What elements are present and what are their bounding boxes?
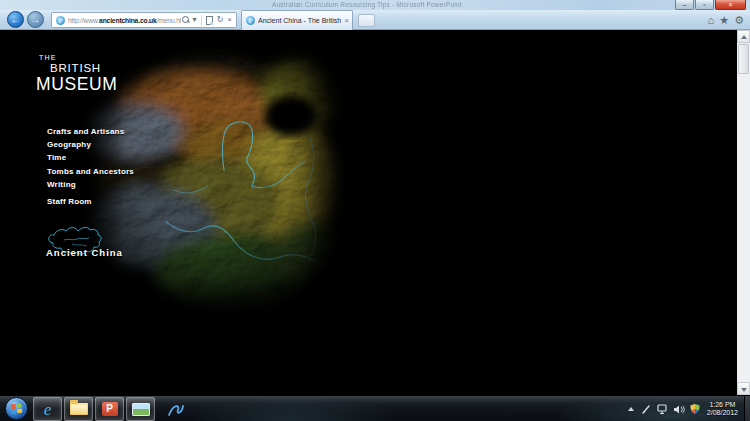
main-menu: Crafts and Artisans Geography Time Tombs… bbox=[47, 127, 134, 193]
site-favicon-icon: e bbox=[56, 16, 65, 25]
menu-item-writing[interactable]: Writing bbox=[47, 180, 134, 193]
close-icon: × bbox=[728, 1, 732, 8]
show-desktop-button[interactable] bbox=[744, 396, 750, 421]
browser-action-icons: ⌂ ★ ⚙ bbox=[708, 13, 744, 27]
scroll-down-button[interactable] bbox=[737, 382, 750, 395]
browser-tab[interactable]: e Ancient China - The British ... × bbox=[241, 10, 353, 30]
clock-time: 1:26 PM bbox=[707, 401, 738, 410]
search-icon[interactable] bbox=[182, 16, 190, 24]
powerpoint-title-text: Australian Curriculum Resourcing Tips - … bbox=[272, 1, 462, 8]
photo-viewer-icon bbox=[132, 403, 150, 416]
address-bar[interactable]: e http://www.ancientchina.co.uk/menu.htm… bbox=[51, 12, 237, 28]
powerpoint-window-titlebar: Australian Curriculum Resourcing Tips - … bbox=[0, 0, 750, 10]
folder-icon bbox=[70, 403, 88, 415]
windows-flag-icon bbox=[11, 404, 23, 415]
internet-explorer-icon: e bbox=[44, 401, 52, 418]
powerpoint-icon: P bbox=[102, 402, 118, 416]
network-icon[interactable] bbox=[657, 402, 669, 416]
scrollbar-track[interactable] bbox=[737, 30, 750, 395]
show-hidden-icons-button[interactable] bbox=[625, 402, 637, 416]
scroll-up-arrow-icon bbox=[741, 35, 747, 39]
menu-item-crafts-and-artisans[interactable]: Crafts and Artisans bbox=[47, 127, 134, 140]
search-dropdown-icon[interactable]: ▾ bbox=[191, 15, 199, 25]
url-text: http://www.ancientchina.co.uk/menu.html bbox=[68, 17, 181, 24]
taskbar-windows-explorer-button[interactable] bbox=[64, 397, 93, 421]
tab-close-icon[interactable]: × bbox=[341, 16, 352, 25]
refresh-icon[interactable]: ↻ bbox=[215, 15, 226, 25]
british-museum-logo: THE BRITISH MUSEUM bbox=[36, 54, 117, 93]
screen: Australian Curriculum Resourcing Tips - … bbox=[0, 0, 750, 421]
logo-line-the: THE bbox=[39, 54, 117, 61]
taskbar-powerpoint-button[interactable]: P bbox=[95, 397, 124, 421]
compatibility-view-icon[interactable] bbox=[206, 16, 213, 25]
window-controls: – ▫ × bbox=[674, 0, 746, 10]
tray-pen-icon[interactable] bbox=[641, 402, 653, 416]
logo-line-british: BRITISH bbox=[50, 63, 117, 75]
taskbar-photo-viewer-button[interactable] bbox=[126, 397, 155, 421]
menu-item-tombs-and-ancestors[interactable]: Tombs and Ancestors bbox=[47, 167, 134, 180]
taskbar-clock[interactable]: 1:26 PM 2/08/2012 bbox=[707, 401, 738, 418]
scroll-thumb[interactable] bbox=[738, 44, 749, 74]
new-tab-button[interactable] bbox=[358, 14, 375, 27]
clock-date: 2/08/2012 bbox=[707, 409, 738, 418]
home-icon[interactable]: ⌂ bbox=[708, 13, 715, 27]
start-button[interactable] bbox=[5, 397, 28, 420]
browser-toolbar: ← → e http://www.ancientchina.co.uk/menu… bbox=[0, 10, 750, 30]
minimize-icon: – bbox=[683, 1, 687, 8]
scroll-up-button[interactable] bbox=[737, 30, 750, 43]
taskbar-glow bbox=[180, 396, 400, 421]
maximize-icon: ▫ bbox=[703, 1, 705, 8]
taskbar: e P bbox=[0, 395, 750, 421]
back-button[interactable]: ← bbox=[7, 11, 24, 28]
logo-line-museum: MUSEUM bbox=[36, 76, 117, 94]
tab-title: Ancient China - The British ... bbox=[258, 17, 341, 24]
minimize-button[interactable]: – bbox=[675, 0, 694, 10]
volume-icon[interactable] bbox=[673, 402, 685, 416]
stop-icon[interactable]: × bbox=[225, 15, 234, 25]
menu-item-geography[interactable]: Geography bbox=[47, 140, 134, 153]
pen-swirl-icon bbox=[166, 401, 184, 417]
menu-item-staff-room[interactable]: Staff Room bbox=[47, 197, 92, 206]
taskbar-internet-explorer-button[interactable]: e bbox=[33, 397, 62, 421]
close-button[interactable]: × bbox=[715, 0, 746, 10]
up-arrow-icon bbox=[628, 407, 634, 411]
ancient-china-link[interactable]: Ancient China bbox=[46, 247, 123, 258]
maximize-button[interactable]: ▫ bbox=[695, 0, 714, 10]
system-tray: 1:26 PM 2/08/2012 bbox=[625, 396, 750, 421]
tab-favicon-icon: e bbox=[246, 16, 255, 25]
tools-gear-icon[interactable]: ⚙ bbox=[734, 13, 744, 27]
security-shield-icon[interactable] bbox=[689, 402, 701, 416]
scroll-down-arrow-icon bbox=[741, 388, 747, 392]
forward-button[interactable]: → bbox=[27, 11, 44, 28]
address-bar-buttons: ▾ ↻ × bbox=[181, 15, 236, 26]
taskbar-journal-pen-button[interactable] bbox=[160, 397, 189, 421]
favorites-star-icon[interactable]: ★ bbox=[719, 13, 729, 27]
divider bbox=[201, 15, 202, 26]
menu-item-time[interactable]: Time bbox=[47, 153, 134, 166]
page-content: THE BRITISH MUSEUM Crafts and Artisans G… bbox=[0, 30, 750, 395]
